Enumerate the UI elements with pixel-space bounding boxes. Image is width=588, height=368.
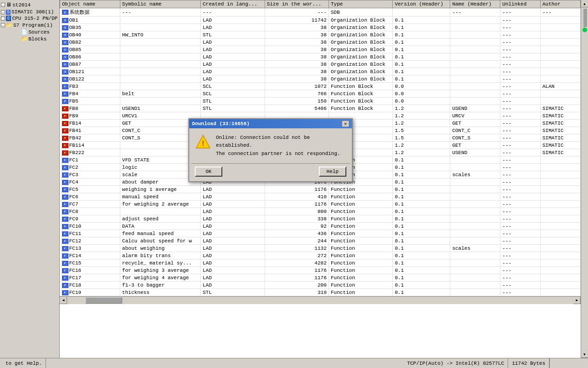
svg-text:!: ! — [201, 140, 205, 148]
dialog-line2: The connection partner is not responding… — [216, 150, 346, 158]
dialog-message-area: Online: Connection could not be establis… — [216, 134, 346, 158]
dialog-titlebar: Download (33:16656) ✕ — [189, 119, 352, 128]
dialog-buttons: OK Help — [189, 164, 352, 181]
dialog-close-button[interactable]: ✕ — [342, 121, 349, 127]
download-dialog: Download (33:16656) ✕ ! Online: Connecti… — [188, 118, 353, 182]
ok-button[interactable]: OK — [195, 167, 222, 177]
dialog-title: Download (33:16656) — [192, 121, 249, 126]
warning-icon: ! — [195, 134, 211, 150]
dialog-body: ! Online: Connection could not be establ… — [189, 128, 352, 163]
dialog-line1: Online: Connection could not be establis… — [216, 134, 346, 149]
help-button[interactable]: Help — [319, 167, 346, 177]
dialog-overlay: Download (33:16656) ✕ ! Online: Connecti… — [0, 0, 588, 368]
